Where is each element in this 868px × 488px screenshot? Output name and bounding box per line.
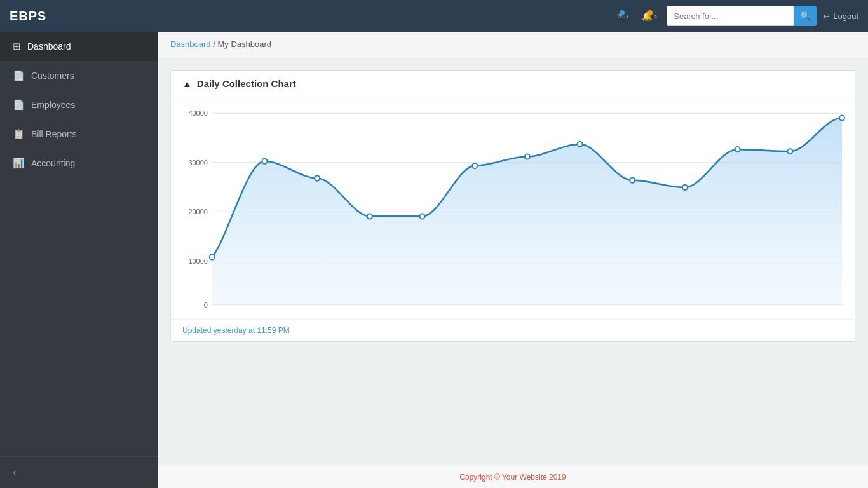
- chart-dot-2: [262, 159, 267, 164]
- chart-dot-4: [367, 214, 372, 219]
- header: EBPS ✉ › 🔔 › 🔍 ↩ Logout: [0, 0, 868, 32]
- bell-chevron: ›: [654, 11, 657, 21]
- chart-footer: Updated yesterday at 11:59 PM: [171, 319, 855, 341]
- dashboard-icon: ⊞: [13, 41, 21, 52]
- sidebar: ⊞ Dashboard 📄 Customers 📄 Employees 📋 Bi…: [0, 32, 158, 488]
- svg-text:Mar 7: Mar 7: [519, 309, 536, 310]
- sidebar-item-dashboard[interactable]: ⊞ Dashboard: [0, 32, 158, 61]
- chart-dot-10: [682, 185, 688, 190]
- chart-updated-text: Updated yesterday at 11:59 PM: [182, 326, 290, 335]
- brand-logo: EBPS: [10, 9, 46, 24]
- svg-text:30000: 30000: [188, 159, 207, 166]
- mail-badge: [620, 10, 625, 15]
- chart-header: ▲ Daily Collection Chart: [171, 71, 855, 97]
- main-content: Dashboard / My Dashboard ▲ Daily Collect…: [158, 32, 868, 488]
- breadcrumb-current: My Dashboard: [217, 39, 271, 49]
- accounting-icon: 📊: [13, 158, 25, 169]
- chart-title: Daily Collection Chart: [197, 78, 296, 89]
- search-icon: 🔍: [800, 11, 811, 21]
- chart-card: ▲ Daily Collection Chart 40000 30000: [170, 70, 855, 342]
- sidebar-label-employees: Employees: [31, 100, 75, 110]
- svg-text:Mar 3: Mar 3: [308, 309, 326, 310]
- breadcrumb: Dashboard / My Dashboard: [158, 32, 868, 57]
- sidebar-label-bill-reports: Bill Reports: [31, 129, 77, 139]
- svg-text:Mar 2: Mar 2: [255, 309, 273, 310]
- employees-icon: 📄: [13, 99, 25, 111]
- chart-dot-3: [315, 175, 320, 180]
- content-area: ▲ Daily Collection Chart 40000 30000: [158, 57, 868, 466]
- chart-dot-1: [210, 254, 215, 259]
- layout: ⊞ Dashboard 📄 Customers 📄 Employees 📋 Bi…: [0, 32, 868, 488]
- sidebar-label-accounting: Accounting: [31, 158, 75, 168]
- svg-text:Mar 5: Mar 5: [414, 309, 431, 310]
- page-footer: Copyright © Your Website 2019: [158, 466, 868, 488]
- svg-text:40000: 40000: [188, 109, 207, 117]
- svg-text:Mar 6: Mar 6: [466, 309, 484, 310]
- search-box: 🔍: [667, 6, 817, 26]
- svg-text:Mar 10: Mar 10: [674, 309, 696, 310]
- svg-text:Mar 4: Mar 4: [361, 309, 379, 310]
- svg-text:Mar 9: Mar 9: [623, 309, 641, 310]
- chart-area: [212, 118, 842, 305]
- bell-badge: [648, 10, 653, 15]
- svg-text:Mar 12: Mar 12: [779, 309, 801, 310]
- header-right: ✉ › 🔔 › 🔍 ↩ Logout: [614, 6, 858, 26]
- svg-text:Mar 1: Mar 1: [203, 309, 221, 310]
- bell-button[interactable]: 🔔 ›: [639, 8, 660, 24]
- chart-body: 40000 30000 20000 10000 0: [171, 97, 855, 319]
- chart-dot-13: [839, 115, 844, 120]
- svg-text:10000: 10000: [188, 257, 207, 265]
- footer-text: Copyright © Your Website 2019: [459, 473, 566, 482]
- sidebar-label-dashboard: Dashboard: [27, 41, 71, 51]
- search-button[interactable]: 🔍: [794, 6, 817, 26]
- chart-dot-11: [735, 147, 740, 152]
- bill-reports-icon: 📋: [13, 128, 25, 140]
- logout-button[interactable]: ↩ Logout: [823, 11, 858, 21]
- logout-label: Logout: [833, 11, 858, 21]
- sidebar-collapse-button[interactable]: ‹: [0, 456, 158, 488]
- sidebar-item-customers[interactable]: 📄 Customers: [0, 61, 158, 90]
- chart-dot-12: [787, 149, 792, 154]
- sidebar-label-customers: Customers: [31, 71, 74, 81]
- sidebar-item-bill-reports[interactable]: 📋 Bill Reports: [0, 119, 158, 149]
- svg-text:Mar 8: Mar 8: [571, 309, 589, 310]
- mail-button[interactable]: ✉ ›: [614, 8, 632, 24]
- chart-dot-7: [525, 154, 530, 159]
- chart-title-icon: ▲: [182, 78, 192, 89]
- search-input[interactable]: [667, 6, 794, 26]
- svg-text:0: 0: [204, 301, 208, 309]
- customers-icon: 📄: [13, 70, 25, 81]
- chart-dot-6: [472, 163, 477, 168]
- sidebar-item-employees[interactable]: 📄 Employees: [0, 90, 158, 119]
- chart-dot-9: [630, 177, 635, 182]
- breadcrumb-parent[interactable]: Dashboard: [170, 39, 211, 49]
- chart-dot-5: [420, 214, 425, 219]
- chart-dot-8: [578, 142, 583, 147]
- svg-text:Mar 11: Mar 11: [727, 309, 749, 310]
- collapse-icon: ‹: [13, 466, 17, 478]
- sidebar-item-accounting[interactable]: 📊 Accounting: [0, 149, 158, 178]
- chart-svg: 40000 30000 20000 10000 0: [177, 107, 848, 310]
- mail-chevron: ›: [626, 11, 628, 21]
- logout-arrow-icon: ↩: [823, 11, 830, 21]
- svg-text:Mar 13: Mar 13: [831, 309, 848, 310]
- svg-text:20000: 20000: [188, 208, 207, 215]
